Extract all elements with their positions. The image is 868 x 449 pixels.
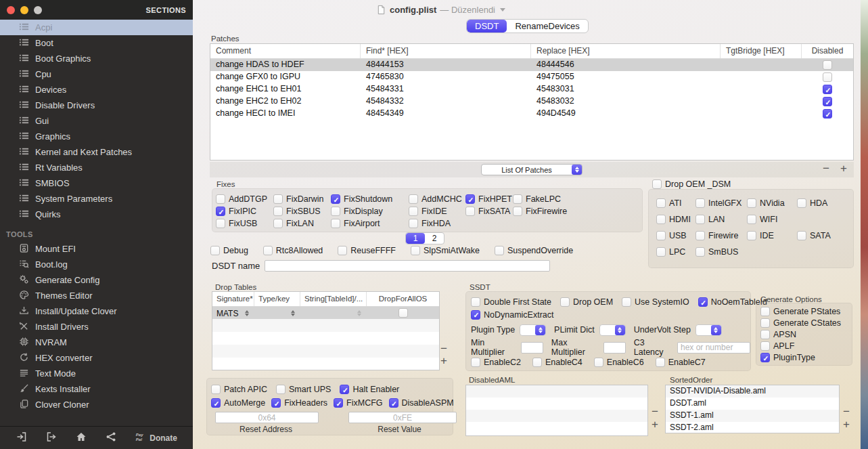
generate-option-checkbox[interactable]: APLF [760, 341, 852, 351]
sidebar-tool-item[interactable]: Boot.log [0, 257, 193, 272]
max-multiplier-input[interactable] [603, 342, 626, 354]
disabled-aml-list[interactable] [465, 385, 648, 436]
acpi-flag-checkbox[interactable]: ReuseFFFF [338, 246, 396, 255]
sorted-order-item[interactable]: SSDT-2.aml [666, 422, 839, 433]
oem-dsm-checkbox[interactable]: SATA [797, 231, 853, 240]
sidebar-tool-item[interactable]: HEX converter [0, 350, 193, 366]
fix-checkbox-row-item[interactable]: FixFirewire [513, 207, 642, 216]
dsdt-name-input[interactable] [265, 260, 550, 272]
apic-checkbox[interactable]: Patch APIC [211, 385, 267, 394]
sidebar-tool-item[interactable]: Install Drivers [0, 319, 193, 335]
fix-checkbox-row-item[interactable]: FixLAN [273, 219, 331, 228]
sidebar-section-item[interactable]: Gui [0, 113, 193, 129]
oem-dsm-checkbox[interactable]: LPC [656, 247, 695, 257]
remove-sorted-order-button[interactable]: − [843, 405, 850, 419]
ssdt-checkbox[interactable]: Double First State [471, 297, 551, 307]
sidebar-section-item[interactable]: SMBIOS [0, 175, 193, 191]
stepper-icon[interactable] [291, 310, 295, 316]
remove-disabled-aml-button[interactable]: − [652, 405, 658, 419]
column-header[interactable]: Find* [HEX] [361, 44, 531, 58]
sidebar-section-item[interactable]: Quirks [0, 207, 193, 222]
sidebar-section-item[interactable]: Acpi [0, 20, 193, 35]
add-drop-table-button[interactable]: + [440, 354, 447, 368]
fix-checkbox-row-item[interactable]: FixIDE [409, 207, 465, 216]
undervolt-step-select[interactable] [695, 324, 722, 336]
sidebar-tool-item[interactable]: Install/Update Clover [0, 303, 193, 319]
oem-dsm-checkbox[interactable]: LAN [695, 215, 747, 224]
apic-checkbox[interactable]: DisableASPM [389, 398, 454, 408]
column-header[interactable]: String[TableId]/... [300, 292, 367, 306]
sorted-order-item[interactable]: SSDT-NVIDIA-Disable.aml [666, 385, 839, 398]
list-of-patches-dropdown[interactable]: List Of Patches [481, 164, 583, 175]
oem-dsm-checkbox[interactable]: IDE [747, 231, 797, 240]
patch-row[interactable]: change EHC1 to EH01 45484331 45483031 [210, 83, 853, 95]
add-sorted-order-button[interactable]: + [843, 418, 850, 431]
footer-button[interactable] [105, 431, 120, 444]
min-multiplier-input[interactable] [521, 342, 543, 354]
oem-dsm-checkbox[interactable]: Firewire [695, 231, 747, 240]
close-button[interactable] [7, 6, 15, 14]
footer-button[interactable] [45, 431, 60, 444]
ssdt-checkbox[interactable]: Drop OEM [560, 297, 613, 307]
column-header[interactable]: Type/key [254, 292, 300, 306]
ssdt-checkbox[interactable]: NoDynamicExtract [471, 310, 554, 320]
oem-dsm-checkbox[interactable]: WIFI [747, 215, 797, 224]
sorted-order-item[interactable]: DSDT.aml [666, 398, 839, 410]
disabled-checkbox[interactable] [823, 85, 832, 94]
plugin-type-select[interactable] [520, 324, 546, 336]
generate-option-checkbox[interactable]: PluginType [760, 353, 852, 362]
oem-dsm-checkbox[interactable]: HDMI [656, 215, 695, 224]
sidebar-section-item[interactable]: Boot [0, 35, 193, 51]
oem-dsm-checkbox[interactable]: IntelGFX [695, 198, 747, 208]
disabled-checkbox[interactable] [823, 97, 832, 106]
reset-value-input[interactable] [348, 412, 457, 423]
fix-checkbox-row-item[interactable]: FixSATA [465, 207, 513, 216]
ssdt-cstate-checkbox[interactable]: EnableC2 [471, 358, 521, 367]
stepper-icon[interactable] [357, 310, 361, 316]
patch-row[interactable]: change EHC2 to EH02 45484332 45483032 [210, 95, 853, 108]
sidebar-section-item[interactable]: System Parameters [0, 191, 193, 207]
fix-checkbox-row-item[interactable]: FixDisplay [331, 207, 409, 216]
remove-drop-table-button[interactable]: − [440, 342, 447, 356]
acpi-flag-checkbox[interactable]: SlpSmiAtWake [411, 246, 480, 255]
plimit-dict-select[interactable] [599, 324, 626, 336]
fix-checkbox-row-item[interactable]: FixDarwin [273, 194, 331, 204]
sidebar-section-item[interactable]: Kernel and Kext Patches [0, 144, 193, 160]
fix-checkbox-row-item[interactable]: FixHPET [465, 194, 513, 204]
column-header[interactable]: Disabled [802, 44, 853, 58]
sidebar-section-item[interactable]: Rt Variables [0, 160, 193, 175]
oem-dsm-checkbox[interactable]: SmBUS [695, 247, 747, 257]
sidebar-section-item[interactable]: Boot Graphics [0, 51, 193, 66]
ssdt-cstate-checkbox[interactable]: EnableC7 [656, 358, 706, 367]
footer-button[interactable] [75, 431, 90, 444]
oem-dsm-checkbox[interactable]: USB [656, 231, 695, 240]
apic-checkbox[interactable]: FixHeaders [271, 398, 327, 408]
patch-row[interactable]: change HECI to IMEI 48454349 494D4549 [210, 108, 853, 120]
fix-checkbox-row-item[interactable]: FixHDA [409, 219, 465, 228]
footer-button[interactable]: Donate [135, 431, 177, 444]
title-chevron-down-icon[interactable] [500, 8, 505, 12]
disabled-checkbox[interactable] [823, 60, 832, 70]
tab[interactable]: RenameDevices [507, 20, 587, 33]
minimize-button[interactable] [20, 6, 28, 14]
oem-dsm-checkbox[interactable]: HDA [797, 198, 853, 208]
fix-checkbox-row-item[interactable]: AddMCHC [409, 194, 465, 204]
sidebar-tool-item[interactable]: Themes Editor [0, 288, 193, 303]
oem-dsm-checkbox[interactable]: NVidia [747, 198, 797, 208]
column-header[interactable]: Signature* [212, 292, 254, 306]
footer-button[interactable] [16, 431, 30, 444]
stepper-icon[interactable] [245, 310, 249, 316]
column-header[interactable]: Comment [210, 44, 361, 58]
apic-checkbox[interactable]: AutoMerge [211, 398, 265, 408]
acpi-flag-checkbox[interactable]: SuspendOverride [495, 246, 573, 255]
page-segment[interactable]: 2 [425, 233, 444, 244]
generate-option-checkbox[interactable]: APSN [760, 330, 852, 339]
page-segment[interactable]: 1 [406, 233, 425, 244]
oem-dsm-checkbox[interactable]: ATI [656, 198, 695, 208]
add-disabled-aml-button[interactable]: + [652, 418, 658, 431]
column-header[interactable]: Replace [HEX] [531, 44, 721, 58]
ssdt-cstate-checkbox[interactable]: EnableC4 [532, 358, 583, 367]
fix-checkbox-row-item[interactable]: FakeLPC [513, 194, 642, 204]
patch-row[interactable]: change GFX0 to IGPU 47465830 49475055 [210, 71, 853, 83]
apic-checkbox[interactable]: Smart UPS [276, 385, 332, 394]
